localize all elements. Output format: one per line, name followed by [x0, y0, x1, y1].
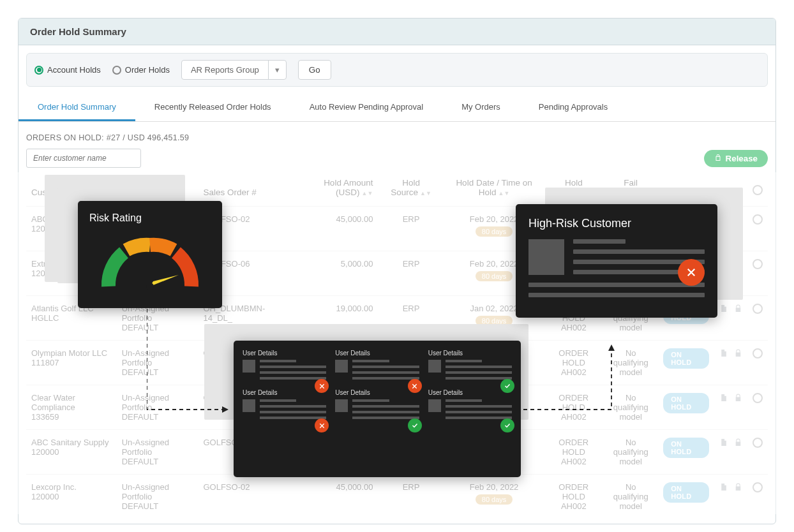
days-badge: 80 days: [476, 271, 513, 281]
row-select-radio[interactable]: [753, 438, 763, 448]
avatar-placeholder: [528, 239, 564, 275]
row-select-radio[interactable]: [753, 259, 763, 269]
col-hold-source[interactable]: Hold Source▲▼: [378, 172, 444, 207]
cell-fail-reason: No qualifyingmodel: [603, 341, 658, 385]
status-badge: ON HOLD: [663, 393, 709, 413]
cell-hold-source: ERP: [378, 251, 444, 296]
cell-customer: Lexcorp Inc.120000: [26, 475, 117, 519]
cell-portfolio: Un-Assigned PortfolioDEFAULT: [117, 341, 198, 385]
check-icon: [408, 418, 422, 432]
avatar-placeholder: [428, 399, 441, 412]
lock-icon[interactable]: [734, 348, 742, 360]
select-all-radio[interactable]: [753, 185, 763, 195]
cell-hold-amount: 5,000.00: [292, 251, 378, 296]
cell-status: ON HOLD: [658, 341, 714, 385]
tab-auto-review-pending[interactable]: Auto Review Pending Approval: [290, 94, 443, 121]
cell-customer: Clear Water Compliance133659: [26, 385, 117, 430]
tab-order-hold-summary[interactable]: Order Hold Summary: [19, 94, 135, 121]
cell-hold-source: ERP: [378, 207, 444, 251]
cell-hold-source: ERP: [378, 475, 444, 519]
user-details-item: User Details: [243, 389, 326, 422]
cell-hold-reason: ORDER HOLDAH002: [544, 475, 603, 519]
close-icon[interactable]: [678, 259, 705, 286]
row-select-radio[interactable]: [753, 214, 763, 225]
col-hold-date[interactable]: Hold Date / Time on Hold▲▼: [444, 172, 544, 207]
unlock-icon: [714, 154, 722, 163]
check-icon: [500, 379, 514, 393]
cell-portfolio: Un-Assigned PortfolioDEFAULT: [117, 475, 198, 519]
lock-icon[interactable]: [734, 482, 742, 494]
col-hold-amount[interactable]: Hold Amount (USD)▲▼: [292, 172, 378, 207]
user-details-item: User Details: [335, 389, 419, 422]
lock-icon[interactable]: [734, 438, 742, 449]
chevron-down-icon: ▾: [268, 61, 286, 79]
document-icon[interactable]: [719, 348, 728, 360]
cell-status: ON HOLD: [658, 475, 714, 519]
cell-hold-reason: ORDER HOLDAH002: [544, 385, 603, 430]
user-details-label: User Details: [335, 389, 419, 396]
lock-icon[interactable]: [734, 304, 742, 315]
cell-hold-date: Feb 20, 202280 days: [444, 475, 544, 519]
avatar-placeholder: [335, 360, 348, 373]
row-select-radio[interactable]: [753, 304, 763, 314]
document-icon[interactable]: [719, 304, 728, 315]
user-details-item: User Details: [243, 350, 326, 383]
radio-account-holds[interactable]: Account Holds: [34, 65, 101, 75]
high-risk-customer-card: High-Risk Customer: [516, 204, 717, 318]
user-details-label: User Details: [428, 350, 512, 357]
cell-status: ON HOLD: [658, 430, 714, 475]
risk-rating-card: Risk Rating: [78, 201, 222, 308]
user-details-item: User Details: [428, 350, 512, 383]
tab-my-orders[interactable]: My Orders: [442, 94, 520, 121]
risk-rating-title: Risk Rating: [89, 212, 211, 224]
cell-fail-reason: No qualifyingmodel: [603, 430, 658, 475]
release-button[interactable]: Release: [704, 150, 768, 167]
cell-sales-order: GOLFSO-02: [198, 475, 292, 519]
cell-actions: [714, 475, 747, 519]
user-details-card: User Details User Details User Details U…: [234, 341, 521, 477]
user-details-label: User Details: [428, 389, 512, 396]
avatar-placeholder: [243, 399, 255, 412]
reports-group-select[interactable]: AR Reports Group ▾: [181, 60, 287, 80]
radio-dot-icon: [112, 66, 121, 75]
cell-fail-reason: No qualifyingmodel: [603, 385, 658, 430]
release-label: Release: [726, 154, 758, 163]
row-select-radio[interactable]: [753, 393, 763, 403]
document-icon[interactable]: [719, 438, 728, 449]
user-details-item: User Details: [428, 389, 512, 422]
row-select-radio[interactable]: [753, 482, 763, 492]
customer-search-input[interactable]: [26, 149, 141, 168]
go-button[interactable]: Go: [298, 60, 331, 80]
check-icon: [500, 418, 514, 432]
days-badge: 80 days: [476, 494, 513, 505]
tab-pending-approvals[interactable]: Pending Approvals: [520, 94, 627, 121]
avatar-placeholder: [243, 360, 255, 373]
document-icon[interactable]: [719, 393, 728, 404]
filter-bar: Account Holds Order Holds AR Reports Gro…: [26, 53, 768, 87]
days-badge: 80 days: [476, 226, 513, 237]
status-badge: ON HOLD: [663, 348, 709, 369]
document-icon[interactable]: [719, 482, 728, 494]
avatar-placeholder: [335, 399, 348, 412]
lock-icon[interactable]: [734, 393, 742, 404]
tab-recently-released[interactable]: Recently Released Order Holds: [135, 94, 290, 121]
cell-hold-amount: 45,000.00: [292, 475, 378, 519]
status-badge: ON HOLD: [663, 482, 709, 503]
radio-label: Account Holds: [47, 65, 101, 75]
status-badge: ON HOLD: [663, 438, 709, 458]
cell-hold-amount: 45,000.00: [292, 207, 378, 251]
user-details-label: User Details: [243, 350, 326, 357]
user-details-item: User Details: [335, 350, 419, 383]
radio-order-holds[interactable]: Order Holds: [112, 65, 170, 75]
cell-hold-reason: ORDER HOLDAH002: [544, 341, 603, 385]
svg-point-1: [146, 283, 154, 290]
user-details-label: User Details: [335, 350, 419, 357]
panel-title: Order Hold Summary: [19, 18, 775, 45]
row-select-radio[interactable]: [753, 348, 763, 358]
cell-actions: [714, 296, 747, 341]
cell-fail-reason: No qualifyingmodel: [603, 475, 658, 519]
tab-bar: Order Hold Summary Recently Released Ord…: [19, 94, 775, 122]
close-icon: [315, 418, 329, 432]
cell-actions: [714, 385, 747, 430]
cell-customer: ABC Sanitary Supply120000: [26, 430, 117, 475]
